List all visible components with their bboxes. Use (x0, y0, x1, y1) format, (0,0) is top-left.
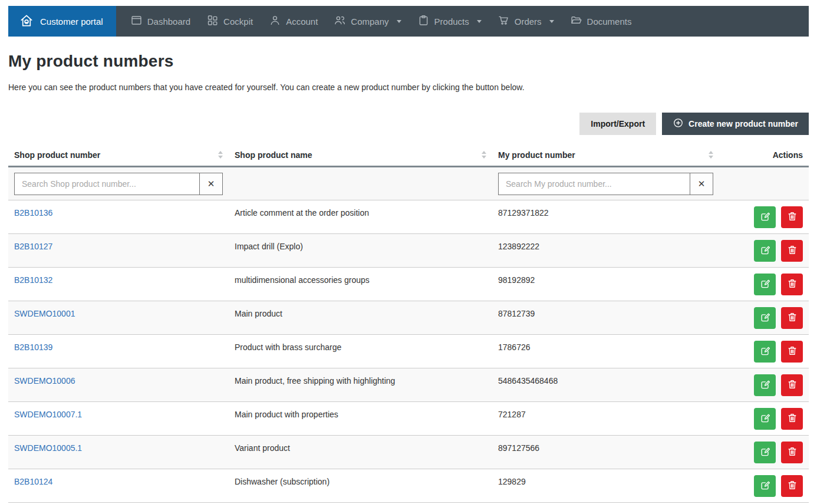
nav-item-dashboard[interactable]: Dashboard (130, 14, 190, 28)
delete-button[interactable] (781, 240, 803, 262)
delete-button[interactable] (781, 374, 803, 396)
trash-icon (786, 479, 798, 493)
my-product-number-cell: 123892222 (492, 234, 719, 267)
delete-button[interactable] (781, 274, 803, 295)
edit-icon (759, 278, 771, 291)
dashboard-icon (130, 14, 143, 28)
shop-product-number-link[interactable]: B2B10127 (14, 242, 52, 251)
nav-item-label: Company (351, 17, 388, 27)
nav-item-company[interactable]: Company (334, 14, 401, 28)
delete-button[interactable] (781, 206, 803, 228)
shop-product-number-link[interactable]: B2B10139 (14, 342, 52, 352)
row-actions-cell (719, 469, 809, 502)
my-product-number-cell: 897127566 (492, 436, 719, 469)
shop-product-name-cell: Impact drill (Explo) (229, 234, 492, 267)
row-actions-cell (719, 436, 809, 469)
trash-icon (786, 446, 798, 459)
edit-button[interactable] (754, 206, 776, 228)
trash-icon (786, 210, 798, 224)
shop-product-name-cell: Dishwasher (subscription) (229, 469, 492, 502)
sort-icon[interactable] (482, 151, 486, 159)
clear-search-button[interactable]: ✕ (690, 173, 713, 195)
shop-product-number-link[interactable]: B2B10132 (14, 275, 52, 285)
edit-button[interactable] (754, 442, 776, 463)
nav-item-documents[interactable]: Documents (570, 14, 632, 28)
edit-icon (759, 210, 771, 224)
table-row: B2B10132 multidimensional accessories gr… (8, 268, 809, 301)
shop-product-number-cell: SWDEMO10005.1 (8, 436, 229, 469)
row-actions-cell (719, 200, 809, 233)
edit-icon (759, 244, 771, 258)
nav-item-products[interactable]: Products (417, 14, 482, 28)
column-header-shop-product-name[interactable]: Shop product name (229, 144, 492, 166)
trash-icon (786, 345, 798, 358)
table-row: B2B10127 Impact drill (Explo) 123892222 (8, 234, 809, 268)
column-header-shop-product-number[interactable]: Shop product number (8, 144, 229, 166)
table-row: SWDEMO10007.1 Main product with properti… (8, 402, 809, 436)
sort-icon[interactable] (709, 151, 713, 159)
search-my-product-number-input[interactable] (499, 173, 690, 195)
orders-icon (498, 14, 510, 28)
nav-item-orders[interactable]: Orders (498, 14, 554, 28)
shop-product-number-cell: B2B10136 (8, 200, 229, 233)
table-row: SWDEMO10001 Main product 87812739 (8, 301, 809, 335)
sort-icon[interactable] (218, 151, 223, 159)
edit-icon (759, 479, 771, 493)
edit-button[interactable] (754, 307, 776, 329)
chevron-down-icon (397, 20, 401, 23)
row-actions-cell (719, 335, 809, 368)
shop-product-number-cell: B2B10139 (8, 335, 229, 368)
nav-item-cockpit[interactable]: Cockpit (206, 14, 253, 28)
my-product-number-cell: 87812739 (492, 301, 719, 334)
brand-label: Customer portal (40, 17, 103, 27)
top-navbar: Customer portal Dashboard Cockpit Accoun… (8, 6, 809, 37)
page: Customer portal Dashboard Cockpit Accoun… (0, 0, 817, 503)
edit-icon (759, 412, 771, 426)
trash-icon (786, 412, 798, 426)
column-header-my-product-number[interactable]: My product number (492, 144, 719, 166)
edit-button[interactable] (754, 341, 776, 363)
delete-button[interactable] (781, 307, 803, 329)
shop-product-name-cell: Article comment at the order position (229, 200, 492, 233)
shop-product-name-cell: Main product, free shipping with highlig… (229, 368, 492, 401)
shop-product-number-link[interactable]: SWDEMO10005.1 (14, 443, 82, 453)
row-actions-cell (719, 301, 809, 334)
company-icon (334, 14, 346, 28)
row-actions-cell (719, 368, 809, 401)
shop-product-number-link[interactable]: B2B10136 (14, 208, 52, 218)
shop-product-number-cell: SWDEMO10001 (8, 301, 229, 334)
edit-button[interactable] (754, 274, 776, 295)
clear-search-button[interactable]: ✕ (199, 173, 222, 195)
edit-button[interactable] (754, 374, 776, 396)
edit-icon (759, 446, 771, 459)
brand-customer-portal[interactable]: Customer portal (8, 6, 116, 37)
nav-item-label: Account (286, 17, 318, 27)
shop-product-number-link[interactable]: SWDEMO10001 (14, 309, 75, 318)
shop-product-number-link[interactable]: SWDEMO10007.1 (14, 410, 82, 419)
edit-button[interactable] (754, 408, 776, 430)
edit-button[interactable] (754, 475, 776, 497)
my-product-number-cell: 129829 (492, 469, 719, 502)
my-product-number-cell: 98192892 (492, 268, 719, 301)
nav-item-account[interactable]: Account (269, 14, 318, 28)
shop-product-number-link[interactable]: SWDEMO10006 (14, 376, 75, 386)
delete-button[interactable] (781, 475, 803, 497)
shop-product-number-link[interactable]: B2B10124 (14, 477, 52, 486)
delete-button[interactable] (781, 408, 803, 430)
products-icon (417, 14, 430, 28)
import-export-button[interactable]: Import/Export (579, 113, 656, 135)
account-icon (269, 14, 281, 28)
column-label: Actions (773, 150, 803, 160)
search-shop-product-number-input[interactable] (15, 173, 199, 195)
edit-button[interactable] (754, 240, 776, 262)
row-actions-cell (719, 234, 809, 267)
delete-button[interactable] (781, 341, 803, 363)
delete-button[interactable] (781, 442, 803, 463)
column-label: Shop product name (235, 150, 312, 160)
shop-product-name-cell: multidimensional accessories groups (229, 268, 492, 301)
shop-product-number-cell: B2B10127 (8, 234, 229, 267)
row-actions-cell (719, 402, 809, 435)
shop-product-number-cell: B2B10124 (8, 469, 229, 502)
table-row: B2B10139 Product with brass surcharge 17… (8, 335, 809, 368)
create-product-number-button[interactable]: Create new product number (662, 113, 809, 135)
